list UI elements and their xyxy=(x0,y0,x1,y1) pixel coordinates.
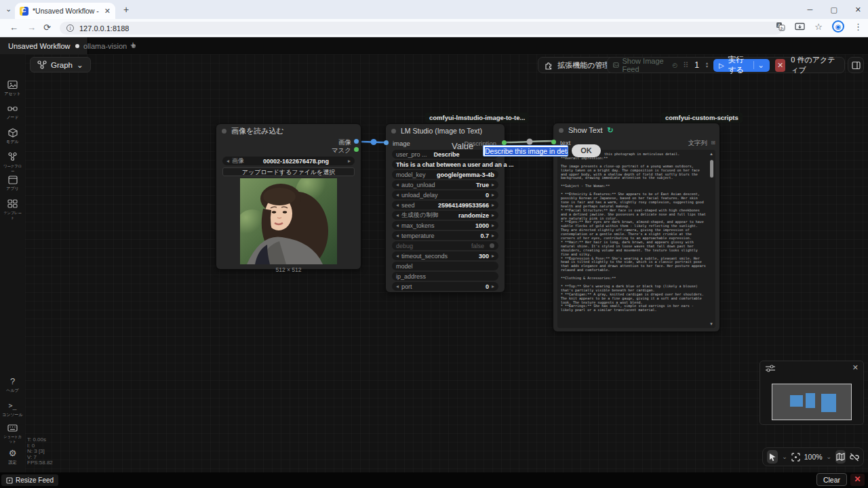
widget-ip-address[interactable]: ip_address xyxy=(392,272,498,281)
scroll-up-icon[interactable]: ▲ xyxy=(709,152,714,156)
show-text-content-area[interactable]: this photograph in meticulous detail. **… xyxy=(557,150,715,328)
minimap-settings-icon[interactable] xyxy=(766,365,775,372)
minimap-toggle-button[interactable] xyxy=(835,450,846,464)
new-workflow-button[interactable]: + xyxy=(130,39,136,50)
graph-canvas[interactable]: 画像を読み込む 画像 マスク ◂ 画像 00002-1622676478.png… xyxy=(25,54,868,472)
popup-text-input[interactable]: Describe this image in deta xyxy=(483,145,568,157)
combo-left-arrow-icon[interactable]: ◂ xyxy=(396,192,399,198)
mask-output-port[interactable] xyxy=(354,147,359,152)
sidebar-item-templates[interactable]: テンプレート xyxy=(0,199,25,222)
site-info-icon[interactable]: i xyxy=(66,24,74,32)
combo-left-arrow-icon[interactable]: ◂ xyxy=(396,222,399,228)
window-maximize-button[interactable]: ▢ xyxy=(830,5,837,14)
combo-right-arrow-icon[interactable]: ▸ xyxy=(492,222,494,228)
scroll-down-icon[interactable]: ▼ xyxy=(709,322,714,326)
widget-port[interactable]: ◂ port 0 ▸ xyxy=(392,282,498,291)
install-app-icon[interactable] xyxy=(795,22,805,31)
sidebar-item-models[interactable]: モデル xyxy=(0,128,25,145)
profile-avatar[interactable]: ◉ xyxy=(832,20,844,33)
combo-left-arrow-icon[interactable]: ◂ xyxy=(396,182,399,188)
minimap-viewport[interactable] xyxy=(772,384,852,420)
widget-system-prompt[interactable]: This is a chat between a user and an a .… xyxy=(392,160,498,169)
bookmark-star-icon[interactable]: ☆ xyxy=(814,22,823,32)
image-output-port[interactable] xyxy=(354,139,359,144)
drag-handle-icon[interactable]: ⠿ xyxy=(683,61,688,70)
widget-max-tokens[interactable]: ◂ max_tokens 1000 ▸ xyxy=(392,221,498,230)
new-tab-button[interactable]: + xyxy=(123,5,129,14)
sidebar-item-shortcuts[interactable]: ショートカット xyxy=(0,424,25,445)
tool-dropdown-icon[interactable]: ⌄ xyxy=(782,453,787,460)
sidebar-item-nodes[interactable]: ノード xyxy=(0,104,25,121)
node-header[interactable]: LM Studio (Image to Text) xyxy=(386,124,505,138)
widget-model-key[interactable]: model_key google/gemma-3-4b xyxy=(392,170,498,179)
widget-unload-delay[interactable]: ◂ unload_delay 0 ▸ xyxy=(392,190,498,199)
collapse-dot-icon[interactable] xyxy=(391,129,396,134)
forward-button[interactable]: → xyxy=(27,22,36,33)
combo-left-arrow-icon[interactable]: ◂ xyxy=(396,232,399,239)
sidebar-item-console[interactable]: >_ コンソール xyxy=(0,401,25,418)
scroll-thumb[interactable] xyxy=(710,160,713,178)
reload-button[interactable]: ⟳ xyxy=(43,22,51,33)
resize-feed-button[interactable]: Resize Feed xyxy=(1,474,58,486)
zoom-dropdown-icon[interactable]: ⌄ xyxy=(827,453,832,460)
window-close-button[interactable]: ✕ xyxy=(855,5,861,14)
active-jobs-label[interactable]: 0 件のアクティブ xyxy=(791,55,839,75)
tab-search-icon[interactable]: ⌄ xyxy=(5,5,12,14)
sidebar-item-apps[interactable]: アプリ xyxy=(0,176,25,192)
run-button[interactable]: ▷ 実行する ⌄ xyxy=(713,59,770,72)
combo-right-arrow-icon[interactable]: ▸ xyxy=(492,283,494,289)
show-image-feed-button[interactable]: Show Image Feed ◴ xyxy=(613,57,677,73)
combo-right-arrow-icon[interactable]: ▸ xyxy=(492,253,494,259)
widget-model[interactable]: model xyxy=(392,262,498,270)
sidebar-item-help[interactable]: ? ヘルプ xyxy=(0,376,25,394)
window-minimize-button[interactable]: ─ xyxy=(808,5,813,14)
url-bar[interactable]: i 127.0.0.1:8188 xyxy=(60,22,783,35)
sidebar-item-workflows[interactable]: ワークフロー xyxy=(0,152,25,175)
run-options-icon[interactable]: ⌄ xyxy=(757,60,764,70)
scrollbar[interactable]: ▲ ▼ xyxy=(709,152,714,326)
tab-close-icon[interactable]: ✕ xyxy=(104,7,111,16)
sidebar-item-assets[interactable]: アセット xyxy=(0,80,25,97)
translate-icon[interactable]: Aあ xyxy=(776,22,785,31)
clear-button[interactable]: Clear xyxy=(816,473,847,486)
node-header[interactable]: Show Text ↻ xyxy=(553,123,719,137)
back-button[interactable]: ← xyxy=(9,22,18,33)
sidebar-item-settings[interactable]: ⚙ 設定 xyxy=(0,448,25,466)
combo-right-arrow-icon[interactable]: ▸ xyxy=(492,192,494,198)
text-input-port[interactable] xyxy=(551,140,556,144)
minimap-panel[interactable]: ✕ xyxy=(760,361,864,425)
select-tool-button[interactable] xyxy=(767,450,778,464)
browser-tab[interactable]: *Unsaved Workflow - ComfyUI ✕ xyxy=(15,3,115,19)
fit-view-icon[interactable] xyxy=(791,453,800,462)
feed-close-button[interactable]: ✕ xyxy=(850,474,865,486)
graph-selector[interactable]: Graph ⌄ xyxy=(30,57,91,73)
minimap-close-icon[interactable]: ✕ xyxy=(852,363,859,372)
toggle-links-icon[interactable] xyxy=(850,453,859,462)
combo-right-arrow-icon[interactable]: ▸ xyxy=(492,182,494,188)
collapse-dot-icon[interactable] xyxy=(559,128,564,133)
combo-left-arrow-icon[interactable]: ◂ xyxy=(396,202,399,208)
toggle-icon[interactable] xyxy=(490,243,494,248)
step-down-icon[interactable]: ▾ xyxy=(706,65,708,68)
node-header[interactable]: 画像を読み込む xyxy=(216,124,361,138)
toggle-panel-button[interactable] xyxy=(848,57,864,73)
zoom-level[interactable]: 100% xyxy=(804,453,823,461)
description-output-port[interactable] xyxy=(502,140,507,145)
widget-seed[interactable]: ◂ seed 259641499533566 ▸ xyxy=(392,201,498,209)
widget-control-after-generate[interactable]: ◂ 生成後の制御 randomize ▸ xyxy=(392,211,498,220)
browser-menu-icon[interactable]: ⋮ xyxy=(854,22,863,32)
combo-left-arrow-icon[interactable]: ◂ xyxy=(396,212,399,218)
combo-left-arrow-icon[interactable]: ◂ xyxy=(396,253,399,259)
ok-button[interactable]: OK xyxy=(572,144,601,157)
widget-auto-unload[interactable]: ◂ auto_unload True ▸ xyxy=(392,180,498,189)
node-load-image[interactable]: 画像を読み込む 画像 マスク ◂ 画像 00002-1622676478.png… xyxy=(216,123,361,270)
combo-right-arrow-icon[interactable]: ▸ xyxy=(492,212,494,218)
widget-debug[interactable]: debug false xyxy=(392,241,498,250)
image-preview[interactable] xyxy=(240,178,337,264)
combo-left-arrow-icon[interactable]: ◂ xyxy=(226,158,229,164)
image-input-port[interactable] xyxy=(384,140,389,145)
upload-file-button[interactable]: アップロードするファイルを選択 xyxy=(222,167,355,176)
combo-right-arrow-icon[interactable]: ▸ xyxy=(492,232,494,239)
batch-count-input[interactable]: 1 xyxy=(693,60,701,70)
widget-temperature[interactable]: ◂ temperature 0.7 ▸ xyxy=(392,231,498,240)
